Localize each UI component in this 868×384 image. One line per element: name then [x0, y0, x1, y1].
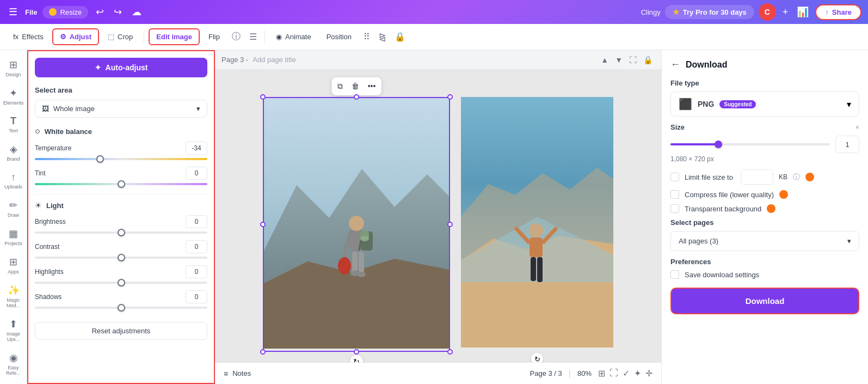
highlights-track[interactable] [35, 282, 207, 284]
shadows-input[interactable] [186, 290, 207, 303]
brightness-input[interactable] [186, 215, 207, 228]
hamburger-icon[interactable]: ☰ [7, 4, 20, 20]
size-thumb[interactable] [715, 141, 722, 148]
highlights-input[interactable] [186, 265, 207, 278]
sidebar-item-easy-refe[interactable]: ◉ Easy Refe... [2, 348, 26, 380]
file-type-dropdown[interactable]: ⬛ PNG Suggested ▾ [670, 92, 859, 117]
tint-track[interactable] [35, 183, 207, 185]
svg-point-13 [338, 257, 351, 275]
size-value-input[interactable] [835, 136, 859, 153]
sidebar-item-text[interactable]: T Text [2, 111, 26, 138]
tint-input[interactable] [186, 167, 207, 180]
temperature-thumb[interactable] [96, 155, 104, 163]
menu-icon[interactable]: ☰ [246, 28, 260, 45]
add-collaborator-icon[interactable]: + [780, 4, 791, 20]
sidebar-item-uploads[interactable]: ↑ Uploads [2, 167, 26, 194]
page-fullscreen-icon[interactable]: ⛶ [627, 54, 639, 65]
resize-handle-bm[interactable] [354, 349, 359, 355]
brightness-thumb[interactable] [118, 229, 125, 236]
svg-point-23 [529, 223, 543, 237]
reset-adjustments-button[interactable]: Reset adjustments [35, 322, 207, 340]
cloud-save-icon[interactable]: ☁ [130, 4, 144, 20]
brightness-track[interactable] [35, 231, 207, 234]
help-icon[interactable]: ✦ [634, 368, 641, 379]
effects-button[interactable]: fx Effects [7, 29, 50, 44]
sidebar-item-design[interactable]: ⊞ Design [2, 54, 26, 82]
kb-input[interactable] [741, 169, 773, 185]
redo-icon[interactable]: ↪ [112, 4, 124, 20]
size-slider[interactable] [670, 143, 830, 145]
auto-adjust-button[interactable]: ✦ Auto-adjust [35, 58, 207, 77]
save-download-checkbox[interactable] [670, 270, 679, 279]
select-area-dropdown[interactable]: 🖼 Whole image ▾ [35, 100, 207, 118]
resize-handle-br[interactable] [447, 349, 453, 355]
compress-label: Compress file (lower quality) [685, 191, 774, 199]
resize-handle-tm[interactable] [354, 94, 359, 100]
grid-view-icon[interactable]: ⊞ [598, 368, 605, 379]
rotate-handle[interactable]: ↻ [350, 355, 363, 362]
resize-button[interactable]: Resize [42, 6, 88, 19]
selected-image-wrapper[interactable]: ⧉ 🗑 ••• [263, 97, 450, 352]
more-options-icon[interactable]: ••• [365, 80, 379, 93]
sidebar-item-projects[interactable]: ▦ Projects [2, 223, 26, 251]
back-button[interactable]: ← [670, 59, 680, 70]
fullscreen-icon[interactable]: ⛶ [610, 368, 618, 379]
crop-button[interactable]: ⬚ Crop [101, 29, 139, 44]
shadows-track[interactable] [35, 307, 207, 309]
contrast-input[interactable] [186, 240, 207, 253]
page-down-icon[interactable]: ▼ [613, 54, 625, 65]
sidebar-item-image-ups[interactable]: ⬆ Image Ups... [2, 314, 26, 346]
copy-icon[interactable]: ⧉ [334, 80, 346, 93]
selected-image[interactable] [263, 97, 450, 352]
contrast-thumb[interactable] [118, 254, 125, 261]
highlights-thumb[interactable] [118, 279, 125, 287]
share-icon: ↑ [825, 8, 829, 16]
sidebar-item-draw[interactable]: ✏ Draw [2, 195, 26, 222]
resize-handle-mr[interactable] [447, 222, 453, 227]
size-slider-row [670, 136, 859, 153]
tint-thumb[interactable] [118, 180, 125, 188]
resize-handle-tr[interactable] [447, 94, 453, 100]
resize-handle-bl[interactable] [260, 349, 266, 355]
adjust-button[interactable]: ⚙ Adjust [52, 28, 99, 45]
rotate-handle-2[interactable]: ↻ [531, 353, 543, 362]
sidebar-item-magic-med[interactable]: ✨ Magic Med... [2, 280, 26, 313]
lock-icon[interactable]: 🔒 [391, 28, 409, 45]
undo-icon[interactable]: ↩ [94, 4, 106, 20]
grid-icon[interactable]: ⠿ [360, 28, 373, 45]
analytics-icon[interactable]: 📊 [795, 4, 811, 20]
pages-dropdown[interactable]: All pages (3) ▾ [670, 231, 859, 251]
compress-checkbox[interactable] [670, 190, 679, 199]
file-menu-button[interactable]: File [25, 8, 37, 16]
check-icon[interactable]: ✓ [623, 368, 630, 379]
page-lock-icon[interactable]: 🔒 [641, 54, 655, 65]
limit-file-size-checkbox[interactable] [670, 173, 679, 181]
edit-image-button[interactable]: Edit image [149, 28, 200, 45]
filter-icon[interactable]: ⧎ [375, 28, 389, 45]
compass-icon[interactable]: ✛ [645, 368, 652, 379]
zoom-level[interactable]: 80% [577, 369, 592, 377]
try-pro-button[interactable]: ★ Try Pro for 30 days [665, 5, 754, 19]
page-up-icon[interactable]: ▲ [599, 54, 611, 65]
resize-handle-ml[interactable] [260, 222, 266, 227]
notes-label[interactable]: Notes [232, 369, 251, 377]
temperature-input[interactable] [186, 142, 207, 155]
info-icon[interactable]: ⓘ [229, 28, 244, 46]
sidebar-item-brand[interactable]: ◈ Brand [2, 139, 26, 166]
sidebar-item-apps[interactable]: ⊞ Apps [2, 252, 26, 279]
delete-icon[interactable]: 🗑 [348, 80, 362, 93]
shadows-thumb[interactable] [118, 304, 125, 312]
transparent-checkbox[interactable] [670, 204, 679, 213]
sidebar-item-elements[interactable]: ✦ Elements [2, 83, 26, 110]
position-button[interactable]: Position [320, 29, 358, 44]
user-avatar[interactable]: C [759, 3, 776, 21]
share-button[interactable]: ↑ Share [815, 4, 861, 20]
animate-button[interactable]: ◉ Animate [269, 29, 318, 44]
contrast-track[interactable] [35, 257, 207, 259]
magic-med-label: Magic Med... [5, 297, 22, 308]
add-page-title[interactable]: Add page title [253, 56, 296, 64]
resize-handle-tl[interactable] [260, 94, 266, 100]
temperature-track[interactable] [35, 158, 207, 160]
flip-button[interactable]: Flip [202, 29, 226, 44]
download-button[interactable]: Download [670, 288, 859, 314]
